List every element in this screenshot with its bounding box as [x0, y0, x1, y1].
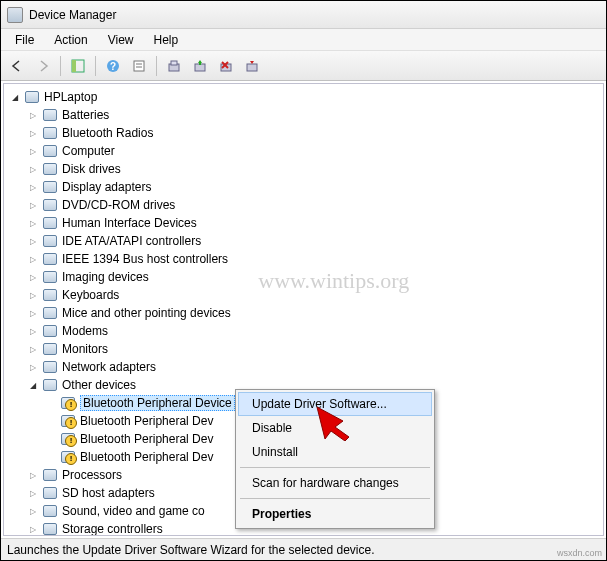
window-title: Device Manager [29, 8, 116, 22]
menu-file[interactable]: File [5, 31, 44, 49]
expand-collapse-icon[interactable]: ▷ [26, 468, 40, 482]
bluetooth-icon [42, 125, 58, 141]
context-menu-item[interactable]: Scan for hardware changes [238, 471, 432, 495]
tree-category[interactable]: ▷Mice and other pointing devices [26, 304, 603, 322]
tree-root-node[interactable]: ◢HPLaptop [8, 88, 603, 106]
expand-collapse-icon[interactable]: ▷ [26, 342, 40, 356]
tree-device-label: Bluetooth Peripheral Dev [80, 414, 213, 428]
expand-collapse-icon[interactable] [44, 414, 58, 428]
ide-icon [42, 233, 58, 249]
svg-rect-9 [195, 64, 205, 71]
expand-collapse-icon[interactable]: ▷ [26, 486, 40, 500]
tree-category[interactable]: ▷Display adapters [26, 178, 603, 196]
tree-device-label: Bluetooth Peripheral Dev [80, 432, 213, 446]
expand-collapse-icon[interactable]: ▷ [26, 252, 40, 266]
tree-category-label: IDE ATA/ATAPI controllers [62, 234, 201, 248]
other-icon [60, 449, 76, 465]
tree-category-label: Batteries [62, 108, 109, 122]
tree-category[interactable]: ▷Bluetooth Radios [26, 124, 603, 142]
disc-icon [42, 197, 58, 213]
tree-category[interactable]: ▷Modems [26, 322, 603, 340]
expand-collapse-icon[interactable]: ▷ [26, 180, 40, 194]
tree-category[interactable]: ▷Human Interface Devices [26, 214, 603, 232]
keyboard-icon [42, 287, 58, 303]
expand-collapse-icon[interactable]: ◢ [8, 90, 22, 104]
uninstall-button[interactable] [214, 54, 238, 78]
tree-category[interactable]: ▷Imaging devices [26, 268, 603, 286]
battery-icon [42, 107, 58, 123]
expand-collapse-icon[interactable]: ◢ [26, 378, 40, 392]
disable-button[interactable] [240, 54, 264, 78]
ieee1394-icon [42, 251, 58, 267]
properties-button[interactable] [127, 54, 151, 78]
expand-collapse-icon[interactable]: ▷ [26, 198, 40, 212]
tree-category-label: Keyboards [62, 288, 119, 302]
svg-rect-8 [171, 61, 177, 65]
modem-icon [42, 323, 58, 339]
app-icon [7, 7, 23, 23]
tree-category[interactable]: ▷Network adapters [26, 358, 603, 376]
expand-collapse-icon[interactable] [44, 396, 58, 410]
tree-category[interactable]: ▷Computer [26, 142, 603, 160]
expand-collapse-icon[interactable]: ▷ [26, 288, 40, 302]
help-button[interactable]: ? [101, 54, 125, 78]
tree-category-label: Imaging devices [62, 270, 149, 284]
expand-collapse-icon[interactable]: ▷ [26, 126, 40, 140]
tree-category-label: DVD/CD-ROM drives [62, 198, 175, 212]
context-menu-separator [240, 498, 430, 499]
expand-collapse-icon[interactable]: ▷ [26, 234, 40, 248]
imaging-icon [42, 269, 58, 285]
processor-icon [42, 467, 58, 483]
storage-icon [42, 521, 58, 536]
svg-text:?: ? [110, 61, 116, 72]
computer-icon [24, 89, 40, 105]
expand-collapse-icon[interactable]: ▷ [26, 504, 40, 518]
expand-collapse-icon[interactable]: ▷ [26, 306, 40, 320]
tree-category[interactable]: ▷IDE ATA/ATAPI controllers [26, 232, 603, 250]
hid-icon [42, 215, 58, 231]
toolbar-separator [156, 56, 157, 76]
menu-help[interactable]: Help [144, 31, 189, 49]
toolbar-separator [95, 56, 96, 76]
sound-icon [42, 503, 58, 519]
tree-category-label: Computer [62, 144, 115, 158]
tree-category[interactable]: ▷Keyboards [26, 286, 603, 304]
expand-collapse-icon[interactable]: ▷ [26, 162, 40, 176]
title-bar: Device Manager [1, 1, 606, 29]
tree-category[interactable]: ▷Monitors [26, 340, 603, 358]
context-menu-item[interactable]: Disable [238, 416, 432, 440]
context-menu-item[interactable]: Properties [238, 502, 432, 526]
tree-category[interactable]: ▷Batteries [26, 106, 603, 124]
tree-device-label: Bluetooth Peripheral Device [80, 395, 235, 411]
context-menu-item[interactable]: Uninstall [238, 440, 432, 464]
expand-collapse-icon[interactable]: ▷ [26, 144, 40, 158]
tree-category[interactable]: ▷Disk drives [26, 160, 603, 178]
scan-hardware-button[interactable] [162, 54, 186, 78]
menu-view[interactable]: View [98, 31, 144, 49]
expand-collapse-icon[interactable]: ▷ [26, 324, 40, 338]
tree-category[interactable]: ▷DVD/CD-ROM drives [26, 196, 603, 214]
expand-collapse-icon[interactable]: ▷ [26, 360, 40, 374]
tree-category-label: Other devices [62, 378, 136, 392]
expand-collapse-icon[interactable]: ▷ [26, 108, 40, 122]
other-icon [42, 377, 58, 393]
tree-category-label: Storage controllers [62, 522, 163, 536]
expand-collapse-icon[interactable]: ▷ [26, 522, 40, 536]
other-icon [60, 431, 76, 447]
show-hide-console-tree-button[interactable] [66, 54, 90, 78]
forward-button[interactable] [31, 54, 55, 78]
expand-collapse-icon[interactable]: ▷ [26, 270, 40, 284]
svg-rect-13 [247, 64, 257, 71]
update-driver-button[interactable] [188, 54, 212, 78]
expand-collapse-icon[interactable] [44, 450, 58, 464]
context-menu-item[interactable]: Update Driver Software... [238, 392, 432, 416]
expand-collapse-icon[interactable]: ▷ [26, 216, 40, 230]
monitor-icon [42, 341, 58, 357]
back-button[interactable] [5, 54, 29, 78]
tree-category-label: Modems [62, 324, 108, 338]
context-menu-separator [240, 467, 430, 468]
tree-category[interactable]: ▷IEEE 1394 Bus host controllers [26, 250, 603, 268]
expand-collapse-icon[interactable] [44, 432, 58, 446]
menu-action[interactable]: Action [44, 31, 97, 49]
svg-rect-1 [72, 60, 76, 72]
